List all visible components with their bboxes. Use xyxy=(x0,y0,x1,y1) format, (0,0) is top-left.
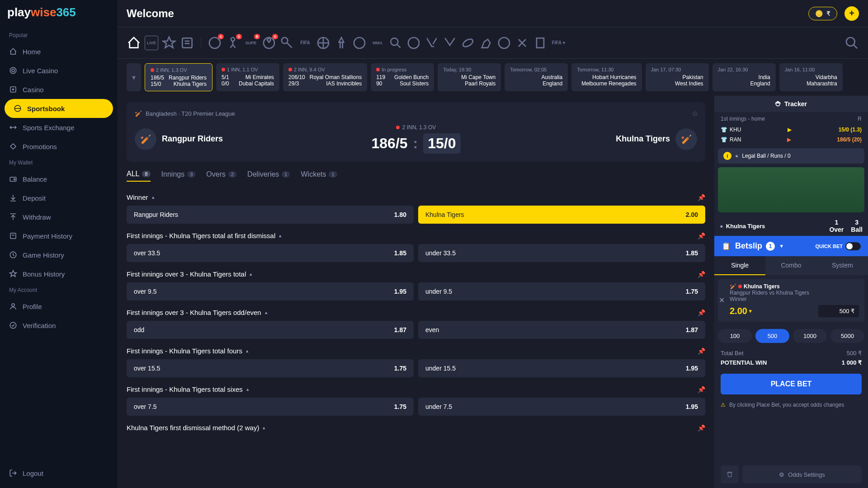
nav-verification[interactable]: Verification xyxy=(0,316,118,335)
chess-icon[interactable] xyxy=(533,36,547,50)
odd-button[interactable]: even1.87 xyxy=(418,321,705,339)
favorites-icon[interactable] xyxy=(162,36,176,50)
match-card[interactable]: In progress119Golden Bunch90Soul Sisters xyxy=(371,63,434,91)
odd-button[interactable]: odd1.87 xyxy=(127,321,414,339)
market-header[interactable]: Winner▴📌 xyxy=(127,189,705,206)
futsal-icon[interactable] xyxy=(497,36,511,50)
nav-home[interactable]: Home xyxy=(0,42,118,61)
market-header[interactable]: First innings - Khulna Tigers total sixe… xyxy=(127,381,705,398)
match-card[interactable]: 1 INN, 1.1 OV5/1Mi Emirates0/0Dubai Capi… xyxy=(216,63,279,91)
match-card[interactable]: 2 INN, 9.4 OV206/10Royal Oman Stallions2… xyxy=(283,63,367,91)
baseball-icon[interactable] xyxy=(406,36,421,50)
nav-balance[interactable]: Balance xyxy=(0,169,118,188)
pin-button[interactable]: 📌 xyxy=(698,386,705,393)
nav-casino[interactable]: Casino xyxy=(0,80,118,99)
quick-bet-toggle[interactable] xyxy=(845,242,861,250)
volleyball-icon[interactable] xyxy=(352,36,367,50)
pin-button[interactable]: 📌 xyxy=(698,232,705,239)
market-header[interactable]: First innings over 3 - Khulna Tigers tot… xyxy=(127,266,705,282)
valorant-icon[interactable] xyxy=(443,36,457,50)
odd-button[interactable]: over 9.51.95 xyxy=(127,282,414,300)
pin-button[interactable]: 📌 xyxy=(698,271,705,278)
odd-button[interactable]: Rangpur Riders1.80 xyxy=(127,206,414,224)
logo[interactable]: playwise365 xyxy=(0,5,118,28)
home-sport-icon[interactable] xyxy=(127,36,141,50)
place-bet-button[interactable]: PLACE BET xyxy=(721,374,862,394)
slip-tab-single[interactable]: Single xyxy=(714,256,765,275)
market-header[interactable]: First innings - Khulna Tigers total four… xyxy=(127,343,705,359)
market-header[interactable]: Khulna Tigers first dismissal method (2 … xyxy=(127,419,705,436)
pin-button[interactable]: 📌 xyxy=(698,347,705,355)
pin-button[interactable]: 📌 xyxy=(698,424,705,432)
balance-chip[interactable]: 🪙 ₹ xyxy=(808,7,837,20)
odd-button[interactable]: under 15.51.95 xyxy=(418,359,705,377)
deposit-plus-button[interactable]: + xyxy=(844,6,859,21)
strip-dropdown-button[interactable]: ▾ xyxy=(127,63,141,91)
mma-icon[interactable]: MMA xyxy=(370,36,385,50)
nav-bonus-history[interactable]: Bonus History xyxy=(0,264,118,283)
horse-icon[interactable] xyxy=(479,36,493,50)
rugby-icon[interactable] xyxy=(461,36,475,50)
betslip-head[interactable]: 📋 Betslip 1 ▾ QUICK BET xyxy=(714,236,868,256)
stake-chip[interactable]: 5000 xyxy=(830,329,864,343)
nav-sportsbook[interactable]: Sportsbook xyxy=(5,99,113,118)
search-icon[interactable] xyxy=(844,36,859,50)
more-sports-icon[interactable]: FIFA ▾ xyxy=(551,36,566,50)
match-card[interactable]: Jan 17, 07:30PakistanWest Indies xyxy=(646,63,709,91)
stake-chip[interactable]: 1000 xyxy=(793,329,827,343)
stake-chip[interactable]: 500 xyxy=(755,329,789,343)
pin-button[interactable]: 📌 xyxy=(698,309,705,316)
stake-chip[interactable]: 100 xyxy=(718,329,752,343)
slip-tab-combo[interactable]: Combo xyxy=(765,256,816,275)
tennis-icon[interactable] xyxy=(280,36,294,50)
odd-button[interactable]: under 33.51.85 xyxy=(418,244,705,262)
remove-bet-button[interactable]: ✕ xyxy=(717,296,726,305)
nav-game-history[interactable]: Game History xyxy=(0,245,118,264)
winter-icon[interactable] xyxy=(515,36,529,50)
hockey-icon[interactable] xyxy=(425,36,439,50)
tab-deliveries[interactable]: Deliveries1 xyxy=(247,170,290,182)
match-card[interactable]: Jan 22, 16:30IndiaEngland xyxy=(712,63,776,91)
nav-live-casino[interactable]: Live Casino xyxy=(0,61,118,80)
fifa-icon[interactable]: FIFA xyxy=(298,36,312,50)
nav-sports-exchange[interactable]: Sports Exchange xyxy=(0,118,118,137)
chevron-down-icon[interactable]: ▾ xyxy=(749,308,752,314)
logout-link[interactable]: Logout xyxy=(0,464,118,483)
nav-promotions[interactable]: Promotions xyxy=(0,137,118,156)
pin-button[interactable]: 📌 xyxy=(698,194,705,201)
nav-withdraw[interactable]: Withdraw xyxy=(0,207,118,226)
tab-wickets[interactable]: Wickets1 xyxy=(301,170,337,182)
market-header[interactable]: First innings over 3 - Khulna Tigers odd… xyxy=(127,304,705,321)
match-card[interactable]: Today, 18:30Mi Cape TownPaarl Royals xyxy=(438,63,501,91)
match-card[interactable]: Jan 16, 11:00VidarbhaMaharashtra xyxy=(779,63,843,91)
tab-innings[interactable]: Innings3 xyxy=(161,170,196,182)
cricket-icon[interactable]: 6 xyxy=(208,36,222,50)
stake-input[interactable] xyxy=(818,305,859,317)
odds-settings-button[interactable]: ⚙ Odds Settings xyxy=(742,465,862,483)
tab-all[interactable]: ALL8 xyxy=(127,170,151,182)
odd-button[interactable]: Khulna Tigers2.00 xyxy=(418,206,705,224)
slip-tab-system[interactable]: System xyxy=(817,256,868,275)
odd-button[interactable]: over 15.51.75 xyxy=(127,359,414,377)
badminton-icon[interactable] xyxy=(334,36,349,50)
clear-slip-button[interactable] xyxy=(721,465,739,483)
tab-overs[interactable]: Overs2 xyxy=(206,170,236,182)
odd-button[interactable]: over 33.51.85 xyxy=(127,244,414,262)
nav-payment-history[interactable]: Payment History xyxy=(0,226,118,245)
nav-profile[interactable]: Profile xyxy=(0,297,118,316)
kabaddi-icon[interactable]: 6 xyxy=(226,36,240,50)
basketball-icon[interactable] xyxy=(316,36,330,50)
odd-button[interactable]: under 9.51.75 xyxy=(418,282,705,300)
football-icon[interactable]: 6 xyxy=(262,36,276,50)
table-tennis-icon[interactable] xyxy=(388,36,403,50)
match-card[interactable]: 2 INN, 1.3 OV186/5Rangpur Riders15/0Khul… xyxy=(145,63,212,91)
odd-button[interactable]: over 7.51.75 xyxy=(127,398,414,416)
odd-button[interactable]: under 7.51.95 xyxy=(418,398,705,416)
nav-deposit[interactable]: Deposit xyxy=(0,188,118,207)
match-card[interactable]: Tomorrow, 11:30Hobart HurricanesMelbourn… xyxy=(571,63,642,91)
market-header[interactable]: First innings - Khulna Tigers total at f… xyxy=(127,227,705,244)
live-icon[interactable]: LIVE xyxy=(145,36,158,50)
favorite-star-button[interactable]: ☆ xyxy=(692,109,698,118)
tickets-icon[interactable] xyxy=(180,36,194,50)
match-card[interactable]: Tomorrow, 02:05AustraliaEngland xyxy=(505,63,568,91)
